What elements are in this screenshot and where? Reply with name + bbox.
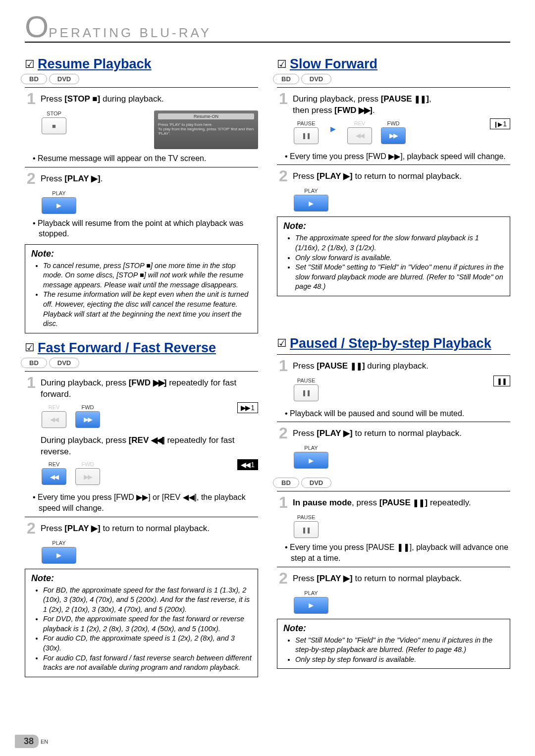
play-label: PLAY xyxy=(304,188,318,194)
paused-step1-text: Press [PAUSE ] during playback. xyxy=(293,358,428,372)
right-column: ☑ Slow Forward BD DVD 1 During playback,… xyxy=(277,52,510,677)
play-icon xyxy=(343,429,350,438)
slow-osd-indicator: 1 xyxy=(490,118,510,129)
page-header: OPERATING BLU-RAY xyxy=(25,17,510,43)
play-button[interactable] xyxy=(42,197,76,214)
paused-step1b-text: In pause mode, press [PAUSE ] repeatedly… xyxy=(293,494,471,509)
rw-icon xyxy=(151,435,162,445)
play-icon xyxy=(91,524,98,533)
rev-label: REV xyxy=(354,120,366,126)
checkbox-icon: ☑ xyxy=(25,342,35,353)
pause-icon xyxy=(414,94,426,104)
resume-title: Resume Playback xyxy=(38,56,152,72)
pause-button[interactable] xyxy=(294,127,319,144)
dvd-badge: DVD xyxy=(49,358,79,368)
rev-button-dim xyxy=(42,411,66,428)
play-button[interactable] xyxy=(42,547,76,564)
mini-play-icon xyxy=(327,120,338,137)
step-number: 1 xyxy=(25,375,38,390)
bd-badge: BD xyxy=(21,74,47,84)
slow-step2-text: Press [PLAY ] to return to normal playba… xyxy=(293,168,462,182)
play-button[interactable] xyxy=(294,597,328,614)
fwd-button-dim xyxy=(75,468,100,485)
fwd-label: FWD xyxy=(81,404,94,410)
step-number: 2 xyxy=(25,170,38,186)
bd-badge: BD xyxy=(273,74,299,84)
rev-button-dim xyxy=(347,127,372,144)
bd-badge: BD xyxy=(21,358,47,368)
step-number: 1 xyxy=(277,358,290,374)
slow-note-box: Note: The approximate speed for the slow… xyxy=(277,216,510,296)
paused-step2-text: Press [PLAY ] to return to normal playba… xyxy=(293,425,462,439)
ff-icon xyxy=(153,378,164,387)
step-number: 1 xyxy=(277,91,290,107)
resume-bullet1: • Resume message will appear on the TV s… xyxy=(25,153,258,164)
ffrv-title: Fast Forward / Fast Reverse xyxy=(38,340,216,356)
slow-bullet1: • Every time you press [FWD ▶▶], playbac… xyxy=(277,151,510,162)
paused-title: Paused / Step-by-step Playback xyxy=(290,336,491,351)
paused-bullet1: • Playback will be paused and sound will… xyxy=(277,408,510,419)
dvd-badge: DVD xyxy=(301,478,331,488)
pause-button[interactable] xyxy=(294,384,319,401)
stop-icon xyxy=(92,94,97,104)
pause-button[interactable] xyxy=(294,521,319,538)
left-column: ☑ Resume Playback BD DVD 1 Press [STOP ]… xyxy=(25,52,258,677)
pause-osd-indicator xyxy=(493,376,510,386)
checkbox-icon: ☑ xyxy=(277,338,287,349)
checkbox-icon: ☑ xyxy=(277,59,287,70)
fwd-label: FWD xyxy=(387,120,399,126)
slow-title: Slow Forward xyxy=(290,56,377,72)
resume-step2-text: Press [PLAY ]. xyxy=(41,170,103,185)
ffrv-note-box: Note: For BD, the approximate speed for … xyxy=(25,569,258,677)
resume-note-box: Note: To cancel resume, press [STOP ■] o… xyxy=(25,244,258,333)
play-icon xyxy=(343,574,350,583)
pause-icon xyxy=(413,498,425,507)
stop-button[interactable] xyxy=(42,117,66,134)
resume-bullet2: • Playback will resume from the point at… xyxy=(25,218,258,239)
ff-osd-indicator: 1 xyxy=(237,402,258,413)
play-label: PLAY xyxy=(304,445,318,451)
resume-step1-text: Press [STOP ] during playback. xyxy=(41,91,164,105)
ffrv-step2-text: Press [PLAY ] to return to normal playba… xyxy=(41,520,210,535)
slow-step1-text: During playback, press [PAUSE ], then pr… xyxy=(293,91,431,116)
step-number: 1 xyxy=(277,494,290,510)
bd-badge: BD xyxy=(273,478,299,488)
play-label: PLAY xyxy=(52,540,65,546)
fwd-button[interactable] xyxy=(75,411,100,428)
play-button[interactable] xyxy=(294,452,328,469)
pause-icon xyxy=(350,361,362,371)
osd-titlebar: Resume-ON xyxy=(158,113,254,119)
ffrv-step1a-text: During playback, press [FWD ] repeatedly… xyxy=(41,375,258,400)
stop-label: STOP xyxy=(47,110,61,116)
dvd-badge: DVD xyxy=(301,74,331,84)
ff-icon xyxy=(359,106,370,115)
paused-step2b-text: Press [PLAY ] to return to normal playba… xyxy=(293,570,462,585)
play-icon xyxy=(91,174,98,183)
step-number: 2 xyxy=(25,520,38,536)
play-label: PLAY xyxy=(52,190,65,196)
rev-label: REV xyxy=(49,404,60,410)
dvd-badge: DVD xyxy=(49,74,79,84)
rev-label: REV xyxy=(49,461,60,467)
step-number: 2 xyxy=(277,168,290,184)
page-number: 38 EN xyxy=(15,735,48,748)
rev-button[interactable] xyxy=(42,468,66,485)
checkbox-icon: ☑ xyxy=(25,59,35,70)
rw-osd-indicator: 1 xyxy=(237,459,258,470)
step-number: 1 xyxy=(25,91,38,107)
play-label: PLAY xyxy=(304,590,318,596)
step-number: 2 xyxy=(277,425,290,441)
play-button[interactable] xyxy=(294,195,328,212)
osd-resume-box: Resume-ON Press 'PLAY' to play from here… xyxy=(154,110,258,149)
fwd-label: FWD xyxy=(81,461,94,467)
header-rest: PERATING BLU-RAY xyxy=(49,25,212,40)
header-big-letter: O xyxy=(25,17,49,36)
ffrv-bullet1: • Every time you press [FWD ▶▶] or [REV … xyxy=(25,492,258,513)
pause-label: PAUSE xyxy=(297,120,315,126)
pause-label: PAUSE xyxy=(297,514,315,520)
paused-bullet2: • Every time you press [PAUSE ❚❚], playb… xyxy=(277,542,510,563)
fwd-button[interactable] xyxy=(381,127,406,144)
pause-label: PAUSE xyxy=(297,378,315,383)
step-number: 2 xyxy=(277,570,290,586)
paused-note-box: Note: Set "Still Mode" to "Field" in the… xyxy=(277,619,510,669)
